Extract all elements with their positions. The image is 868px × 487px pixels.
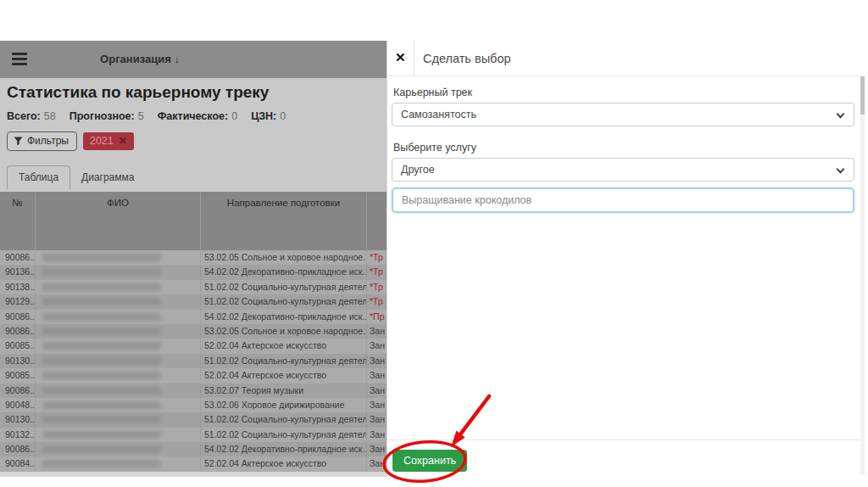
redacted-name bbox=[42, 445, 161, 453]
organization-label: Организация bbox=[100, 53, 171, 65]
row-fio-cell bbox=[36, 383, 201, 398]
row-program-cell: 52.02.04 Актерское искусство bbox=[201, 339, 367, 353]
career-track-select[interactable]: Самозанятость bbox=[392, 103, 854, 126]
service-label: Выберите услугу bbox=[393, 142, 476, 154]
close-icon[interactable]: ✕ bbox=[395, 50, 406, 65]
header-divider bbox=[414, 41, 415, 76]
row-program-cell: 52.02.04 Актерское искусство bbox=[201, 368, 367, 383]
row-number-cell: 90085... bbox=[0, 339, 36, 353]
modal-title: Сделать выбор bbox=[423, 52, 511, 65]
stat-value: 5 bbox=[138, 110, 144, 122]
table-row[interactable]: 90086...53.02.05 Сольное и хоровое народ… bbox=[0, 324, 387, 339]
stat-label: ЦЗН: bbox=[251, 110, 276, 122]
table-row[interactable]: 90136...54.02.02 Декоративно-прикладное … bbox=[0, 265, 387, 279]
career-track-label: Карьерный трек bbox=[393, 87, 472, 98]
stat-czn: ЦЗН:0 bbox=[251, 110, 286, 122]
row-number-cell: 90084... bbox=[0, 456, 36, 471]
remove-filter-icon[interactable]: ✕ bbox=[119, 135, 127, 147]
row-number-cell: 90086... bbox=[0, 383, 36, 398]
funnel-icon bbox=[14, 137, 23, 146]
table-row[interactable]: 90086...53.02.07 Теория музыкиЗан bbox=[0, 383, 387, 398]
filters-button-label: Фильтры bbox=[27, 135, 69, 147]
row-status-cell: Зан bbox=[367, 428, 387, 442]
stat-actual: Фактическое:0 bbox=[158, 110, 237, 122]
row-number-cell: 90138... bbox=[0, 280, 36, 294]
row-fio-cell bbox=[36, 428, 201, 442]
redacted-name bbox=[42, 313, 161, 321]
table-row[interactable]: 90129...51.02.02 Социально-культурная де… bbox=[0, 294, 387, 309]
table-header: № ФИО Направление подготовки bbox=[0, 192, 387, 250]
row-status-cell: *Тр bbox=[367, 250, 387, 265]
row-status-cell: Зан bbox=[367, 442, 387, 456]
service-selected-value: Другое bbox=[401, 164, 435, 176]
row-fio-cell bbox=[36, 339, 201, 353]
row-fio-cell bbox=[36, 368, 201, 383]
filters-button[interactable]: Фильтры bbox=[7, 132, 77, 151]
row-program-cell: 51.02.02 Социально-культурная деятел... bbox=[201, 428, 367, 442]
row-fio-cell bbox=[36, 324, 201, 339]
row-status-cell: Зан bbox=[367, 456, 387, 471]
choice-modal: ✕ Сделать выбор Карьерный трек Самозанят… bbox=[387, 41, 859, 477]
row-number-cell: 90136... bbox=[0, 265, 36, 279]
table-row[interactable]: 90130...51.02.02 Социально-культурная де… bbox=[0, 354, 387, 368]
table-row[interactable]: 90086...54.02.02 Декоративно-прикладное … bbox=[0, 442, 387, 456]
row-number-cell: 90130... bbox=[0, 412, 36, 427]
table-row[interactable]: 90086...53.02.05 Сольное и хоровое народ… bbox=[0, 250, 387, 265]
row-fio-cell bbox=[36, 280, 201, 294]
chevron-down-icon bbox=[837, 110, 845, 119]
modal-footer-divider bbox=[387, 439, 860, 440]
row-fio-cell bbox=[36, 294, 201, 309]
table-row[interactable]: 90084...52.02.04 Актерское искусствоЗан bbox=[0, 456, 387, 471]
row-number-cell: 90086... bbox=[0, 250, 36, 265]
row-number-cell: 90086... bbox=[0, 442, 36, 456]
stat-forecast: Прогнозное:5 bbox=[70, 110, 144, 122]
service-select[interactable]: Другое bbox=[392, 158, 854, 182]
table-row[interactable]: 90085...52.02.04 Актерское искусствоЗан bbox=[0, 339, 387, 353]
table-row[interactable]: 90086...54.02.02 Декоративно-прикладное … bbox=[0, 310, 387, 324]
stat-label: Всего: bbox=[7, 110, 41, 122]
column-header-fio: ФИО bbox=[36, 192, 201, 250]
row-program-cell: 53.02.06 Хоровое дирижирование bbox=[201, 398, 367, 412]
row-status-cell: Зан bbox=[367, 398, 387, 412]
organization-dropdown[interactable]: Организация ↓ bbox=[0, 53, 280, 65]
stat-value: 0 bbox=[231, 110, 237, 122]
table-row[interactable]: 90132...51.02.02 Социально-культурная де… bbox=[0, 428, 387, 442]
career-track-selected-value: Самозанятость bbox=[401, 109, 476, 120]
table-row[interactable]: 90048...53.02.06 Хоровое дирижированиеЗа… bbox=[0, 398, 387, 412]
tab-diagram[interactable]: Диаграмма bbox=[70, 166, 145, 189]
redacted-name bbox=[42, 401, 161, 409]
row-fio-cell bbox=[36, 250, 201, 265]
background-page: Организация ↓ Статистика по карьерному т… bbox=[0, 41, 387, 477]
redacted-name bbox=[42, 357, 161, 365]
scrollbar-thumb[interactable] bbox=[860, 76, 865, 115]
slide-canvas: Организация ↓ Статистика по карьерному т… bbox=[0, 0, 868, 487]
row-number-cell: 90130... bbox=[0, 354, 36, 368]
stat-total: Всего:58 bbox=[7, 110, 56, 122]
table-row[interactable]: 90085...52.02.04 Актерское искусствоЗан bbox=[0, 368, 387, 383]
redacted-name bbox=[42, 460, 161, 467]
row-fio-cell bbox=[36, 412, 201, 427]
redacted-name bbox=[42, 416, 161, 423]
row-program-cell: 51.02.02 Социально-культурная деятел... bbox=[201, 354, 367, 368]
row-status-cell: Зан bbox=[367, 383, 387, 398]
custom-service-input[interactable] bbox=[392, 188, 854, 213]
stat-value: 58 bbox=[44, 110, 56, 122]
page-title: Статистика по карьерному треку bbox=[7, 83, 269, 102]
row-number-cell: 90129... bbox=[0, 294, 36, 309]
redacted-name bbox=[42, 387, 161, 395]
row-fio-cell bbox=[36, 354, 201, 368]
column-header-program: Направление подготовки bbox=[201, 192, 367, 250]
row-program-cell: 51.02.02 Социально-культурная деятел... bbox=[201, 294, 367, 309]
filter-row: Фильтры 2021 ✕ bbox=[7, 132, 134, 151]
stat-label: Фактическое: bbox=[158, 110, 229, 122]
tab-table[interactable]: Таблица bbox=[7, 165, 70, 189]
dropdown-arrow-icon: ↓ bbox=[174, 53, 180, 65]
table-row[interactable]: 90130...51.02.02 Социально-культурная де… bbox=[0, 412, 387, 427]
save-button[interactable]: Сохранить bbox=[392, 450, 467, 472]
row-status-cell: Зан bbox=[367, 324, 387, 339]
modal-scrollbar[interactable] bbox=[860, 76, 865, 475]
table-row[interactable]: 90138...51.02.02 Социально-культурная де… bbox=[0, 280, 387, 294]
row-status-cell: Зан bbox=[367, 368, 387, 383]
row-program-cell: 51.02.02 Социально-культурная деятел... bbox=[201, 280, 367, 294]
stats-bar: Всего:58 Прогнозное:5 Фактическое:0 ЦЗН:… bbox=[7, 110, 286, 122]
